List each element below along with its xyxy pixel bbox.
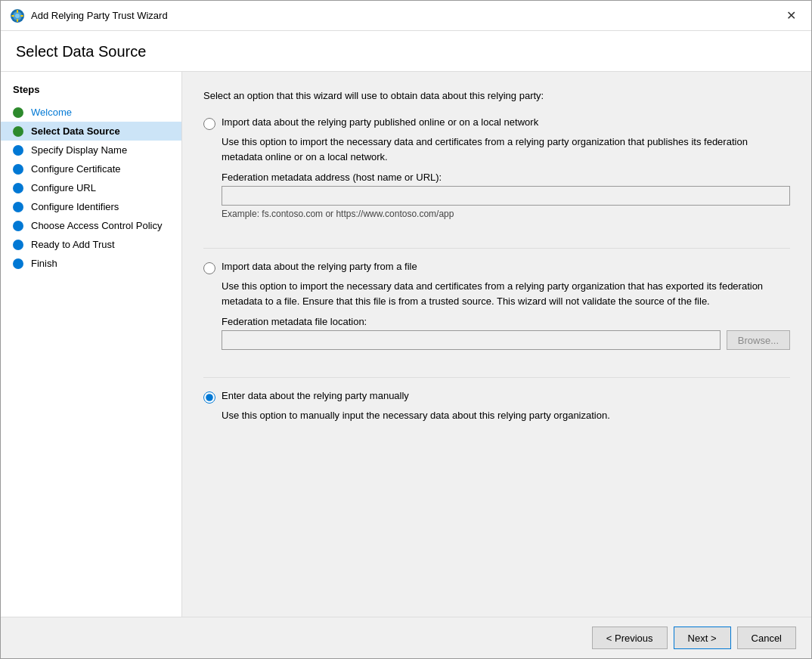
option2-description: Use this option to import the necessary … [222,279,790,308]
browse-button[interactable]: Browse... [727,330,790,350]
next-button[interactable]: Next > [674,627,731,649]
step-dot-specify-display-name [13,145,23,156]
steps-label: Steps [1,84,181,103]
sidebar-item-select-data-source[interactable]: Select Data Source [1,122,181,141]
option2-group: Import data about the relying party from… [203,261,790,356]
cancel-button[interactable]: Cancel [737,627,796,649]
option3-radio[interactable] [203,391,215,404]
step-label-select-data-source: Select Data Source [31,125,120,137]
step-label-specify-display-name: Specify Display Name [31,144,127,156]
step-label-welcome: Welcome [31,107,72,118]
step-dot-configure-certificate [13,164,23,175]
page-title: Select Data Source [16,43,796,60]
step-label-choose-access-control-policy: Choose Access Control Policy [31,220,162,231]
sidebar-item-configure-url[interactable]: Configure URL [1,178,181,197]
sidebar-item-finish[interactable]: Finish [1,254,181,273]
option2-label[interactable]: Import data about the relying party from… [222,261,417,272]
option1-metadata-input[interactable] [222,186,790,206]
svg-rect-6 [20,15,23,17]
step-dot-configure-url [13,183,23,193]
sidebar-item-welcome[interactable]: Welcome [1,103,181,122]
option2-file-row: Browse... [222,330,790,350]
step-dot-ready-to-add-trust [13,240,23,250]
step-label-ready-to-add-trust: Ready to Add Trust [31,239,115,250]
option1-field-example: Example: fs.contoso.com or https://www.c… [222,209,790,219]
option3-row: Enter data about the relying party manua… [203,390,790,404]
option3-label[interactable]: Enter data about the relying party manua… [222,390,409,401]
sidebar-item-choose-access-control-policy[interactable]: Choose Access Control Policy [1,216,181,235]
step-dot-finish [13,258,23,269]
sidebar: Steps Welcome Select Data Source Specify… [1,72,182,617]
content-area: Select an option that this wizard will u… [182,72,811,617]
option1-description: Use this option to import the necessary … [222,135,790,164]
footer: < Previous Next > Cancel [1,617,811,658]
step-dot-configure-identifiers [13,202,23,212]
svg-rect-5 [11,15,14,17]
previous-button[interactable]: < Previous [592,627,668,649]
option2-row: Import data about the relying party from… [203,261,790,274]
option3-description: Use this option to manually input the ne… [222,408,790,423]
step-label-configure-certificate: Configure Certificate [31,163,121,175]
title-bar: Add Relying Party Trust Wizard ✕ [1,1,811,31]
step-label-configure-identifiers: Configure Identifiers [31,201,119,212]
svg-rect-3 [17,10,18,13]
separator2 [203,377,790,378]
option1-radio[interactable] [203,118,215,130]
option1-group: Import data about the relying party publ… [203,116,790,227]
separator1 [203,248,790,249]
option2-file-input[interactable] [222,330,721,350]
step-dot-choose-access-control-policy [13,221,23,231]
wizard-window: Add Relying Party Trust Wizard ✕ Select … [0,0,812,659]
step-label-configure-url: Configure URL [31,182,96,193]
sidebar-item-configure-certificate[interactable]: Configure Certificate [1,159,181,178]
svg-rect-4 [17,19,18,22]
content-description: Select an option that this wizard will u… [203,90,790,101]
sidebar-item-configure-identifiers[interactable]: Configure Identifiers [1,197,181,216]
title-bar-text: Add Relying Party Trust Wizard [31,10,779,21]
svg-point-2 [15,14,20,18]
option1-field-label: Federation metadata address (host name o… [222,172,790,183]
option2-field-label: Federation metadata file location: [222,316,790,327]
option2-radio[interactable] [203,262,215,274]
step-dot-select-data-source [13,126,23,137]
option3-group: Enter data about the relying party manua… [203,390,790,431]
page-header: Select Data Source [1,31,811,72]
option1-row: Import data about the relying party publ… [203,116,790,130]
step-label-finish: Finish [31,258,57,269]
sidebar-item-ready-to-add-trust[interactable]: Ready to Add Trust [1,235,181,254]
step-dot-welcome [13,107,23,118]
content-spacer [203,446,790,599]
sidebar-item-specify-display-name[interactable]: Specify Display Name [1,141,181,159]
close-button[interactable]: ✕ [779,5,802,27]
option1-label[interactable]: Import data about the relying party publ… [222,116,538,128]
app-icon [10,8,25,23]
main-content: Steps Welcome Select Data Source Specify… [1,72,811,617]
